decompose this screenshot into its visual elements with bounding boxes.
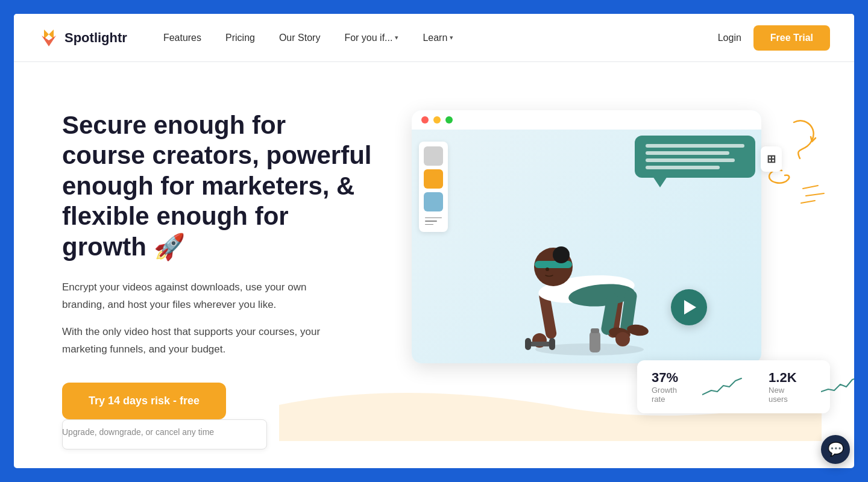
users-mini-chart [821, 374, 854, 400]
dot-red [421, 116, 429, 124]
growth-rate-label: Growth rate [652, 386, 678, 404]
page-frame: Spotlightr Features Pricing Our Story Fo… [12, 12, 856, 470]
fitness-character [496, 178, 677, 358]
login-button[interactable]: Login [718, 33, 741, 43]
play-triangle-icon [684, 300, 696, 315]
growth-mini-chart [702, 374, 744, 400]
chat-icon: 💬 [828, 442, 844, 457]
nav-features[interactable]: Features [163, 33, 201, 43]
dot-yellow [433, 116, 441, 124]
logo-link[interactable]: Spotlightr [38, 27, 127, 49]
free-trial-button[interactable]: Free Trial [753, 25, 830, 51]
color-palette-sidebar [419, 142, 448, 232]
stats-card: 37% Growth rate 1.2K New users [637, 360, 830, 413]
nav-for-you-if[interactable]: For you if... ▾ [344, 33, 398, 43]
hero-section: Secure enough for course creators, power… [14, 62, 854, 462]
nav-pricing[interactable]: Pricing [225, 33, 255, 43]
palette-orange [424, 169, 443, 189]
new-users-value: 1.2K [769, 370, 796, 386]
svg-line-5 [801, 201, 815, 203]
palette-blue [424, 192, 443, 211]
new-users-label: New users [769, 386, 796, 404]
hero-right: ✦ ✦ ⊞ [400, 98, 830, 437]
hero-left: Secure enough for course creators, power… [62, 98, 376, 437]
svg-line-4 [806, 193, 824, 196]
text-card-widget: ⊞ [761, 146, 782, 172]
svg-rect-25 [591, 328, 599, 333]
svg-rect-22 [525, 338, 531, 350]
text-card-icon: ⊞ [767, 152, 776, 166]
upgrade-note: Upgrade, downgrade, or cancel any time [62, 427, 214, 437]
chat-button[interactable]: 💬 [821, 435, 850, 464]
brand-name: Spotlightr [64, 30, 127, 46]
palette-gray [424, 146, 443, 166]
fitness-illustration [412, 130, 761, 358]
hero-subtitle1: Encrypt your videos against downloads, u… [62, 279, 339, 314]
filter-icon [424, 215, 443, 227]
nav-learn[interactable]: Learn ▾ [423, 33, 453, 43]
svg-point-20 [553, 246, 570, 263]
svg-rect-23 [549, 338, 555, 350]
dot-green [445, 116, 453, 124]
growth-rate-value: 37% [652, 370, 678, 386]
svg-point-19 [546, 268, 549, 271]
nav-links: Features Pricing Our Story For you if...… [163, 33, 718, 43]
video-player-card [412, 110, 761, 363]
hero-subtitle2: With the only video host that supports y… [62, 324, 339, 358]
svg-rect-18 [535, 261, 572, 268]
hero-title: Secure enough for course creators, power… [62, 110, 376, 262]
growth-rate-stat: 37% Growth rate [652, 370, 678, 404]
logo-icon [38, 27, 60, 49]
svg-line-3 [803, 186, 818, 189]
cta-button[interactable]: Try 14 days risk - free [62, 383, 226, 419]
play-button[interactable] [671, 289, 707, 325]
speech-bubble [635, 136, 755, 178]
browser-chrome [412, 110, 761, 130]
chevron-down-icon: ▾ [450, 34, 453, 42]
new-users-stat: 1.2K New users [769, 370, 796, 404]
chevron-down-icon: ▾ [395, 34, 398, 42]
nav-our-story[interactable]: Our Story [279, 33, 320, 43]
svg-rect-24 [590, 331, 600, 352]
svg-point-16 [615, 332, 630, 346]
nav-right: Login Free Trial [718, 25, 830, 51]
navbar: Spotlightr Features Pricing Our Story Fo… [14, 14, 854, 62]
